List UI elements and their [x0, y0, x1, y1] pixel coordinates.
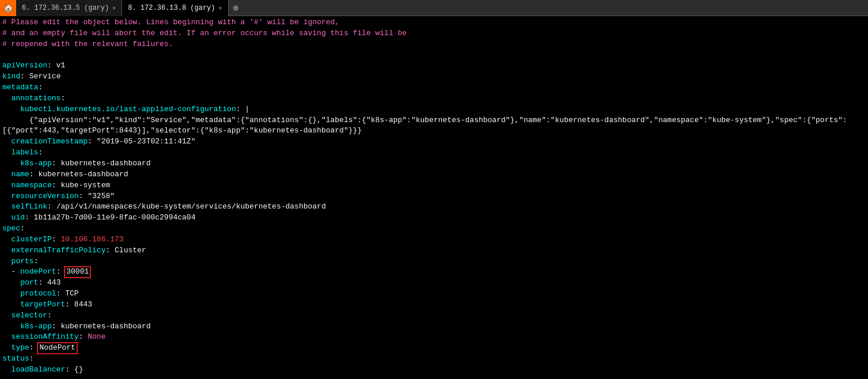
session-affinity-line: sessionAffinity: None	[2, 332, 866, 343]
titlebar: 🏠 6. 172.36.13.5 (gary) ✕ 8. 172.36.13.8…	[0, 0, 868, 16]
tab-1[interactable]: 6. 172.36.13.5 (gary) ✕	[16, 0, 122, 16]
annotations-line: annotations:	[2, 93, 866, 104]
external-traffic-line: externalTrafficPolicy: Cluster	[2, 245, 866, 256]
type-value: NodePort	[38, 343, 76, 353]
cluster-ip-line: clusterIP: 10.106.186.173	[2, 234, 866, 245]
selector-k8s-app-line: k8s-app: kubernetes-dashboard	[2, 321, 866, 332]
spec-line: spec:	[2, 223, 866, 234]
metadata-line: metadata:	[2, 82, 866, 93]
namespace-line: namespace: kube-system	[2, 180, 866, 191]
load-balancer-line: loadBalancer: {}	[2, 365, 866, 376]
annotation-json-line1: {"apiVersion":"v1","kind":"Service","met…	[2, 115, 866, 126]
resource-version-line: resourceVersion: "3258"	[2, 191, 866, 202]
tilde-1: ~	[2, 376, 866, 379]
add-tab-button[interactable]: ⊕	[229, 0, 244, 16]
comment-line-3: # reopened with the relevant failures.	[2, 39, 866, 50]
tab-1-label: 6. 172.36.13.5 (gary)	[22, 4, 109, 12]
annotation-json-line2: [{"port":443,"targetPort":8443}],"select…	[2, 126, 866, 137]
uid-line: uid: 1b11a27b-7d00-11e9-8fac-000c2994ca0…	[2, 213, 866, 223]
api-version-line: apiVersion: v1	[2, 60, 866, 71]
labels-line: labels:	[2, 147, 866, 158]
tab-1-close[interactable]: ✕	[112, 5, 116, 12]
self-link-line: selfLink: /api/v1/namespaces/kube-system…	[2, 202, 866, 213]
app-logo: 🏠	[0, 0, 16, 16]
tab-2[interactable]: 8. 172.36.13.8 (gary) ✕	[122, 0, 228, 16]
add-tab-icon: ⊕	[233, 2, 239, 14]
tabs-area: 6. 172.36.13.5 (gary) ✕ 8. 172.36.13.8 (…	[16, 0, 868, 16]
k8s-app-label-line: k8s-app: kubernetes-dashboard	[2, 158, 866, 169]
status-line: status:	[2, 354, 866, 365]
protocol-line: protocol: TCP	[2, 289, 866, 300]
comment-line-1: # Please edit the object below. Lines be…	[2, 17, 866, 28]
tab-2-label: 8. 172.36.13.8 (gary)	[128, 4, 215, 12]
name-line: name: kubernetes-dashboard	[2, 169, 866, 180]
terminal-content[interactable]: # Please edit the object below. Lines be…	[0, 16, 868, 379]
ports-line: ports:	[2, 256, 866, 267]
comment-line-2: # and an empty file will abort the edit.…	[2, 28, 866, 39]
selector-line: selector:	[2, 310, 866, 321]
node-port-value: 30001	[65, 267, 90, 277]
kubectl-annotation-label: kubectl.kubernetes.io/last-applied-confi…	[2, 104, 866, 115]
node-port-line: - nodePort: 30001	[2, 267, 866, 278]
kind-line: kind: Service	[2, 71, 866, 82]
type-line: type: NodePort	[2, 343, 866, 354]
blank-line-1	[2, 50, 866, 61]
port-line: port: 443	[2, 278, 866, 289]
target-port-line: targetPort: 8443	[2, 300, 866, 310]
tab-2-close[interactable]: ✕	[219, 5, 222, 12]
creation-timestamp-line: creationTimestamp: "2019-05-23T02:11:41Z…	[2, 137, 866, 147]
